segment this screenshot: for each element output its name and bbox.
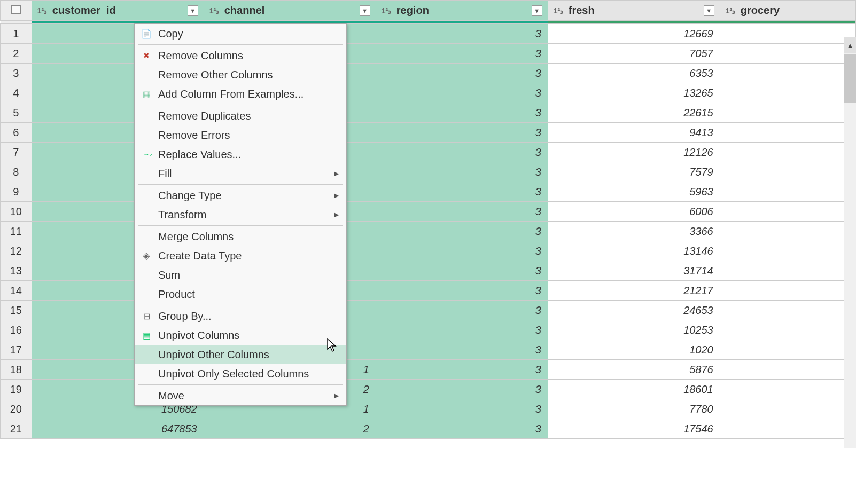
cell-region[interactable]: 3 bbox=[376, 24, 548, 44]
table-row[interactable]: 20150682137780 bbox=[1, 399, 856, 419]
cell-grocery[interactable] bbox=[720, 360, 855, 380]
cell-grocery[interactable] bbox=[720, 83, 855, 103]
cell-fresh[interactable]: 5963 bbox=[548, 182, 720, 202]
cell-region[interactable]: 3 bbox=[376, 399, 548, 419]
row-number[interactable]: 16 bbox=[1, 320, 32, 340]
cell-grocery[interactable] bbox=[720, 143, 855, 162]
cell-grocery[interactable] bbox=[720, 24, 855, 44]
menu-unpivot-columns[interactable]: Unpivot Columns bbox=[135, 326, 346, 345]
cell-fresh[interactable]: 18601 bbox=[548, 380, 720, 399]
menu-unpivot-only-selected[interactable]: Unpivot Only Selected Columns bbox=[135, 364, 346, 383]
menu-merge-columns[interactable]: Merge Columns bbox=[135, 227, 346, 246]
menu-move[interactable]: Move ▶ bbox=[135, 386, 346, 405]
cell-grocery[interactable] bbox=[720, 399, 855, 419]
table-row[interactable]: 15324653 bbox=[1, 301, 856, 320]
cell-grocery[interactable] bbox=[720, 281, 855, 301]
row-number[interactable]: 21 bbox=[1, 419, 32, 439]
menu-remove-other-columns[interactable]: Remove Other Columns bbox=[135, 65, 346, 84]
cell-region[interactable]: 3 bbox=[376, 83, 548, 103]
cell-region[interactable]: 3 bbox=[376, 182, 548, 202]
table-row[interactable]: 14321217 bbox=[1, 281, 856, 301]
cell-grocery[interactable] bbox=[720, 301, 855, 320]
cell-grocery[interactable] bbox=[720, 380, 855, 399]
menu-group-by[interactable]: Group By... bbox=[135, 306, 346, 326]
menu-add-column-from-examples[interactable]: Add Column From Examples... bbox=[135, 84, 346, 104]
filter-dropdown-icon[interactable]: ▼ bbox=[704, 5, 714, 16]
table-row[interactable]: 16310253 bbox=[1, 320, 856, 340]
cell-fresh[interactable]: 5876 bbox=[548, 360, 720, 380]
row-number[interactable]: 10 bbox=[1, 202, 32, 222]
cell-fresh[interactable]: 21217 bbox=[548, 281, 720, 301]
select-all-cell[interactable] bbox=[1, 1, 32, 21]
row-number[interactable]: 5 bbox=[1, 103, 32, 123]
cell-grocery[interactable] bbox=[720, 44, 855, 64]
row-number[interactable]: 14 bbox=[1, 281, 32, 301]
menu-remove-columns[interactable]: Remove Columns bbox=[135, 46, 346, 65]
cell-grocery[interactable] bbox=[720, 64, 855, 83]
menu-copy[interactable]: Copy bbox=[135, 24, 346, 43]
cell-region[interactable]: 3 bbox=[376, 202, 548, 222]
cell-grocery[interactable] bbox=[720, 419, 855, 439]
table-row[interactable]: 1036006 bbox=[1, 202, 856, 222]
table-row[interactable]: 237057 bbox=[1, 44, 856, 64]
row-number[interactable]: 8 bbox=[1, 162, 32, 182]
col-header-region[interactable]: 1²₃ region ▼ bbox=[376, 1, 548, 21]
filter-dropdown-icon[interactable]: ▼ bbox=[532, 5, 542, 16]
cell-fresh[interactable]: 31714 bbox=[548, 261, 720, 281]
row-number[interactable]: 13 bbox=[1, 261, 32, 281]
cell-grocery[interactable] bbox=[720, 123, 855, 143]
cell-fresh[interactable]: 7579 bbox=[548, 162, 720, 182]
table-row[interactable]: 194745892318601 bbox=[1, 380, 856, 399]
cell-fresh[interactable]: 12669 bbox=[548, 24, 720, 44]
cell-region[interactable]: 3 bbox=[376, 123, 548, 143]
row-number[interactable]: 6 bbox=[1, 123, 32, 143]
table-row[interactable]: 1133366 bbox=[1, 222, 856, 241]
menu-remove-errors[interactable]: Remove Errors bbox=[135, 125, 346, 145]
cell-fresh[interactable]: 13146 bbox=[548, 241, 720, 261]
row-number[interactable]: 7 bbox=[1, 143, 32, 162]
menu-transform[interactable]: Transform ▶ bbox=[135, 205, 346, 224]
filter-dropdown-icon[interactable]: ▼ bbox=[188, 5, 198, 16]
cell-grocery[interactable] bbox=[720, 241, 855, 261]
row-number[interactable]: 15 bbox=[1, 301, 32, 320]
cell-region[interactable]: 3 bbox=[376, 360, 548, 380]
cell-grocery[interactable] bbox=[720, 103, 855, 123]
scroll-thumb[interactable] bbox=[844, 54, 856, 103]
cell-region[interactable]: 3 bbox=[376, 320, 548, 340]
table-row[interactable]: 4313265 bbox=[1, 83, 856, 103]
filter-dropdown-icon[interactable]: ▼ bbox=[360, 5, 370, 16]
cell-region[interactable]: 3 bbox=[376, 222, 548, 241]
vertical-scrollbar[interactable]: ▲ bbox=[844, 37, 856, 448]
cell-grocery[interactable] bbox=[720, 320, 855, 340]
menu-remove-duplicates[interactable]: Remove Duplicates bbox=[135, 106, 346, 125]
menu-fill[interactable]: Fill ▶ bbox=[135, 164, 346, 183]
cell-grocery[interactable] bbox=[720, 340, 855, 360]
cell-fresh[interactable]: 10253 bbox=[548, 320, 720, 340]
cell-grocery[interactable] bbox=[720, 261, 855, 281]
cell-grocery[interactable] bbox=[720, 182, 855, 202]
row-number[interactable]: 4 bbox=[1, 83, 32, 103]
cell-fresh[interactable]: 17546 bbox=[548, 419, 720, 439]
col-header-channel[interactable]: 1²₃ channel ▼ bbox=[204, 1, 376, 21]
cell-fresh[interactable]: 3366 bbox=[548, 222, 720, 241]
table-row[interactable]: 837579 bbox=[1, 162, 856, 182]
cell-grocery[interactable] bbox=[720, 202, 855, 222]
row-number[interactable]: 3 bbox=[1, 64, 32, 83]
cell-region[interactable]: 3 bbox=[376, 143, 548, 162]
cell-fresh[interactable]: 1020 bbox=[548, 340, 720, 360]
menu-unpivot-other-columns[interactable]: Unpivot Other Columns bbox=[135, 345, 346, 364]
row-number[interactable]: 17 bbox=[1, 340, 32, 360]
cell-region[interactable]: 3 bbox=[376, 301, 548, 320]
table-row[interactable]: 935963 bbox=[1, 182, 856, 202]
col-header-grocery[interactable]: 1²₃ grocery bbox=[720, 1, 855, 21]
cell-region[interactable]: 3 bbox=[376, 419, 548, 439]
row-number[interactable]: 20 bbox=[1, 399, 32, 419]
row-number[interactable]: 12 bbox=[1, 241, 32, 261]
cell-fresh[interactable]: 24653 bbox=[548, 301, 720, 320]
table-row[interactable]: 12313146 bbox=[1, 241, 856, 261]
cell-fresh[interactable]: 6353 bbox=[548, 64, 720, 83]
row-number[interactable]: 2 bbox=[1, 44, 32, 64]
scroll-up-button[interactable]: ▲ bbox=[844, 37, 856, 53]
col-header-customer-id[interactable]: 1²₃ customer_id ▼ bbox=[32, 1, 204, 21]
table-row[interactable]: 336353 bbox=[1, 64, 856, 83]
